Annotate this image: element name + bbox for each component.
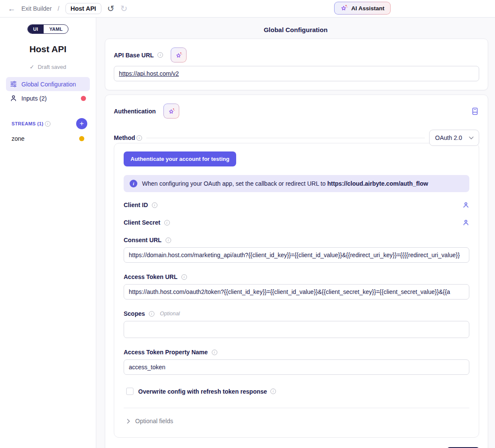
sidebar-item-label: Inputs (2) bbox=[21, 95, 47, 102]
ai-assistant-button[interactable]: AI Assistant bbox=[334, 2, 391, 15]
authenticate-button[interactable]: Authenticate your account for testing bbox=[124, 151, 236, 166]
check-icon: ✓ bbox=[30, 64, 34, 70]
overwrite-config-row: Overwrite config with refresh token resp… bbox=[124, 388, 469, 395]
scopes-label: Scopes bbox=[124, 310, 145, 317]
sidebar-item-inputs[interactable]: Inputs (2) bbox=[6, 91, 90, 105]
api-base-url-label: API Base URL bbox=[114, 52, 154, 59]
user-input-icon[interactable] bbox=[462, 202, 469, 208]
section-divider bbox=[124, 408, 469, 408]
access-token-url-label: Access Token URL bbox=[124, 273, 178, 280]
api-base-url-input[interactable] bbox=[114, 66, 479, 81]
sliders-icon bbox=[10, 80, 17, 88]
info-icon: i bbox=[157, 52, 163, 58]
sidebar: UI YAML Host API ✓ Draft saved Global Co… bbox=[0, 18, 96, 448]
page-title: Global Configuration bbox=[96, 26, 495, 33]
authentication-label: Authentication bbox=[114, 108, 156, 115]
inputs-status-dot bbox=[81, 96, 86, 101]
client-id-label: Client ID bbox=[124, 202, 148, 208]
redo-icon: ↻ bbox=[120, 4, 127, 13]
optional-tag: Optional bbox=[160, 311, 180, 317]
auth-method-value: OAuth 2.0 bbox=[435, 134, 462, 141]
stream-status-dot bbox=[79, 136, 84, 141]
access-token-property-name-label: Access Token Property Name bbox=[124, 349, 208, 356]
ui-yaml-toggle[interactable]: UI YAML bbox=[27, 24, 69, 34]
info-icon: i bbox=[152, 202, 157, 208]
sidebar-item-global-configuration[interactable]: Global Configuration bbox=[6, 77, 90, 91]
oauth-callback-banner: i When configuring your OAuth app, set t… bbox=[124, 175, 469, 192]
connector-name-field[interactable]: Host API bbox=[65, 3, 101, 14]
info-icon: i bbox=[181, 274, 187, 280]
chevron-right-icon bbox=[127, 419, 130, 424]
ai-suggest-button[interactable] bbox=[163, 104, 179, 119]
chevron-down-icon bbox=[469, 136, 474, 139]
consent-url-label: Consent URL bbox=[124, 237, 162, 243]
sidebar-item-label: Global Configuration bbox=[21, 81, 76, 88]
optional-fields-label: Optional fields bbox=[135, 418, 173, 424]
ai-star-icon bbox=[175, 51, 183, 59]
info-icon: i bbox=[270, 389, 276, 394]
docs-book-icon[interactable] bbox=[471, 107, 479, 116]
exit-builder-link[interactable]: Exit Builder bbox=[21, 5, 52, 12]
banner-text: When configuring your OAuth app, set the… bbox=[142, 180, 428, 187]
overwrite-config-label: Overwrite config with refresh token resp… bbox=[138, 388, 267, 395]
method-label: Method bbox=[114, 134, 135, 141]
client-id-row: Client ID i bbox=[124, 202, 469, 208]
main-panel: Global Configuration API Base URL i bbox=[96, 18, 495, 448]
authentication-card: Authentication bbox=[105, 95, 488, 448]
client-secret-label: Client Secret bbox=[124, 219, 160, 226]
info-icon: i bbox=[136, 135, 142, 141]
consent-url-input[interactable] bbox=[124, 247, 469, 263]
undo-icon[interactable]: ↺ bbox=[107, 4, 115, 13]
breadcrumb-separator: / bbox=[58, 5, 59, 12]
connector-title: Host API bbox=[0, 44, 96, 54]
top-bar: ← Exit Builder / Host API ↺ ↻ AI Assista… bbox=[0, 0, 495, 18]
sidebar-item-stream-zone[interactable]: zone bbox=[12, 135, 84, 142]
save-status: ✓ Draft saved bbox=[0, 64, 96, 70]
user-input-icon[interactable] bbox=[462, 219, 469, 226]
save-status-label: Draft saved bbox=[38, 64, 66, 70]
callback-url: https://cloud.airbyte.com/auth_flow bbox=[327, 180, 428, 187]
scopes-input[interactable] bbox=[124, 321, 469, 338]
info-icon: i bbox=[166, 237, 171, 243]
plus-icon: + bbox=[80, 119, 84, 128]
auth-method-select[interactable]: OAuth 2.0 bbox=[429, 130, 479, 146]
info-icon: i bbox=[149, 311, 154, 317]
ai-assistant-label: AI Assistant bbox=[351, 5, 385, 12]
api-base-url-card: API Base URL i bbox=[105, 39, 488, 90]
ai-star-icon bbox=[168, 107, 175, 115]
access-token-property-name-input[interactable] bbox=[124, 359, 469, 375]
toggle-yaml[interactable]: YAML bbox=[44, 25, 68, 33]
user-icon bbox=[10, 95, 17, 102]
toggle-ui[interactable]: UI bbox=[28, 25, 44, 33]
optional-fields-expander[interactable]: Optional fields bbox=[124, 418, 469, 424]
info-icon: i bbox=[164, 220, 170, 225]
info-circle-icon: i bbox=[130, 180, 137, 187]
back-arrow-icon[interactable]: ← bbox=[8, 5, 15, 12]
ai-suggest-button[interactable] bbox=[171, 47, 187, 62]
access-token-url-input[interactable] bbox=[124, 284, 469, 300]
info-icon: i bbox=[212, 350, 217, 355]
ai-star-icon bbox=[340, 4, 348, 12]
client-secret-row: Client Secret i bbox=[124, 219, 469, 226]
stream-name: zone bbox=[12, 135, 24, 142]
overwrite-config-checkbox[interactable] bbox=[126, 388, 133, 395]
streams-section-label: STREAMS (1) bbox=[12, 121, 44, 126]
method-divider bbox=[146, 138, 425, 138]
info-icon: i bbox=[45, 121, 50, 127]
oauth-config-group: Authenticate your account for testing i … bbox=[114, 143, 479, 438]
add-stream-button[interactable]: + bbox=[76, 118, 87, 129]
